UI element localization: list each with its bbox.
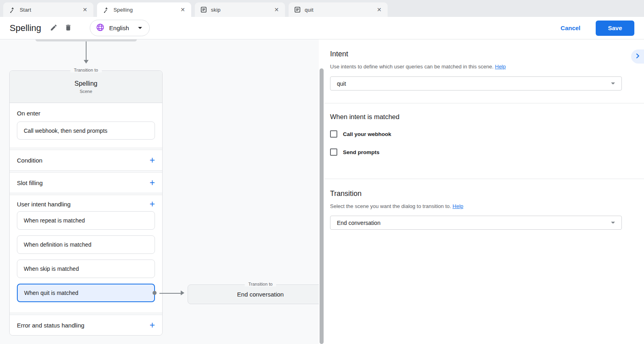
- intent-select[interactable]: quit: [330, 76, 622, 91]
- send-prompts-label: Send prompts: [343, 149, 380, 155]
- transition-select[interactable]: End conversation: [330, 216, 622, 230]
- send-prompts-option[interactable]: Send prompts: [330, 148, 622, 156]
- close-icon[interactable]: [272, 5, 281, 14]
- tab-label: Spelling: [114, 7, 133, 13]
- transition-description: Select the scene you want the dialog to …: [330, 203, 622, 209]
- intent-handler-quit[interactable]: When quit is matched: [17, 284, 155, 302]
- add-slot-icon[interactable]: [150, 179, 155, 187]
- transition-arrow: [86, 41, 87, 60]
- close-icon[interactable]: [80, 5, 89, 14]
- add-intent-handler-icon[interactable]: [150, 200, 155, 208]
- call-webhook-label: Call your webhook: [343, 131, 391, 137]
- tab-spelling[interactable]: Spelling: [97, 2, 191, 17]
- tab-label: Start: [20, 7, 31, 13]
- tab-quit[interactable]: quit: [289, 2, 388, 17]
- transition-heading: Transition: [330, 190, 622, 198]
- send-prompts-checkbox[interactable]: [330, 148, 337, 156]
- error-handling-section: Error and status handling: [10, 315, 162, 335]
- intent-handler-quit-label: When quit is matched: [24, 290, 78, 296]
- dropdown-caret-icon: [611, 82, 615, 84]
- transition-to-tag: Transition to: [245, 282, 276, 286]
- on-enter-label: On enter: [17, 110, 155, 117]
- intent-properties-panel: Intent Use intents to define which user …: [324, 39, 644, 344]
- add-error-handler-icon[interactable]: [150, 321, 155, 329]
- chevron-right-icon: [634, 53, 641, 60]
- pencil-icon: [50, 24, 58, 33]
- transition-description-text: Select the scene you want the dialog to …: [330, 203, 451, 209]
- condition-section: Condition: [10, 150, 162, 170]
- user-intent-handling-section: User intent handling When repeat is matc…: [10, 195, 162, 313]
- tab-label: quit: [305, 7, 314, 13]
- connector-line: [159, 293, 181, 294]
- transition-arrowhead-icon: [84, 60, 89, 64]
- scene-card-title: Spelling: [10, 80, 162, 87]
- intent-handler-repeat[interactable]: When repeat is matched: [17, 211, 155, 230]
- slot-filling-section: Slot filling: [10, 173, 162, 193]
- when-intent-matched-heading: When intent is matched: [330, 113, 622, 121]
- canvas-scrollbar[interactable]: [319, 39, 324, 344]
- scene-diagram-canvas[interactable]: Transition to Spelling Scene On enter Ca…: [0, 39, 319, 344]
- close-icon[interactable]: [375, 5, 384, 14]
- language-selector[interactable]: English: [90, 20, 150, 36]
- scene-card-subtitle: Scene: [10, 89, 162, 94]
- intent-handler-definition[interactable]: When definition is matched: [17, 235, 155, 254]
- collapse-panel-button[interactable]: [631, 49, 644, 64]
- connector-arrowhead-icon: [181, 290, 184, 295]
- scene-icon: [9, 6, 16, 13]
- page-title: Spelling: [10, 23, 41, 33]
- add-condition-icon[interactable]: [150, 156, 155, 164]
- globe-icon: [96, 23, 105, 33]
- chevron-down-icon: [138, 27, 142, 29]
- condition-label: Condition: [17, 157, 42, 164]
- call-webhook-checkbox[interactable]: [330, 130, 337, 138]
- edit-button[interactable]: [49, 23, 58, 33]
- on-enter-handler-button[interactable]: Call webhook, then send prompts: [17, 122, 155, 140]
- end-conversation-title: End conversation: [237, 291, 284, 298]
- connector-dot: [153, 291, 157, 295]
- transition-help-link[interactable]: Help: [452, 203, 463, 209]
- intent-description-text: Use intents to define which user queries…: [330, 64, 493, 70]
- cancel-button[interactable]: Cancel: [561, 25, 580, 31]
- transition-select-value: End conversation: [337, 220, 380, 226]
- transition-to-tag: Transition to: [70, 68, 101, 72]
- when-intent-matched-section: When intent is matched Call your webhook…: [324, 103, 644, 179]
- slot-filling-label: Slot filling: [17, 179, 43, 186]
- tab-label: skip: [211, 7, 221, 13]
- intent-icon: [294, 6, 301, 13]
- editor-tab-strip: Start Spelling skip quit: [0, 0, 644, 17]
- intent-handler-skip[interactable]: When skip is matched: [17, 260, 155, 278]
- tab-start[interactable]: Start: [3, 2, 93, 17]
- intent-heading: Intent: [330, 50, 622, 58]
- user-intent-handling-label: User intent handling: [17, 201, 70, 208]
- close-icon[interactable]: [178, 5, 187, 14]
- scene-card-spelling[interactable]: Transition to Spelling Scene On enter Ca…: [9, 70, 163, 336]
- intent-icon: [200, 6, 207, 13]
- tab-skip[interactable]: skip: [195, 2, 285, 17]
- intent-description: Use intents to define which user queries…: [330, 64, 622, 70]
- scene-toolbar: Spelling English Cancel Save: [0, 17, 644, 39]
- trash-icon: [64, 24, 72, 33]
- save-button[interactable]: Save: [596, 21, 634, 36]
- transition-section: Transition Select the scene you want the…: [324, 179, 644, 230]
- on-enter-section: On enter Call webhook, then send prompts: [10, 103, 162, 148]
- end-conversation-card[interactable]: Transition to End conversation: [188, 284, 319, 304]
- intent-help-link[interactable]: Help: [495, 64, 506, 70]
- language-label: English: [109, 25, 129, 31]
- delete-button[interactable]: [64, 23, 73, 33]
- error-handling-label: Error and status handling: [17, 322, 85, 329]
- intent-section: Intent Use intents to define which user …: [324, 39, 644, 103]
- call-webhook-option[interactable]: Call your webhook: [330, 130, 622, 138]
- scene-icon: [103, 6, 109, 13]
- scene-card-header: Spelling Scene: [10, 71, 162, 103]
- intent-select-value: quit: [337, 80, 346, 87]
- scrollbar-thumb[interactable]: [320, 68, 324, 344]
- dropdown-caret-icon: [611, 222, 615, 224]
